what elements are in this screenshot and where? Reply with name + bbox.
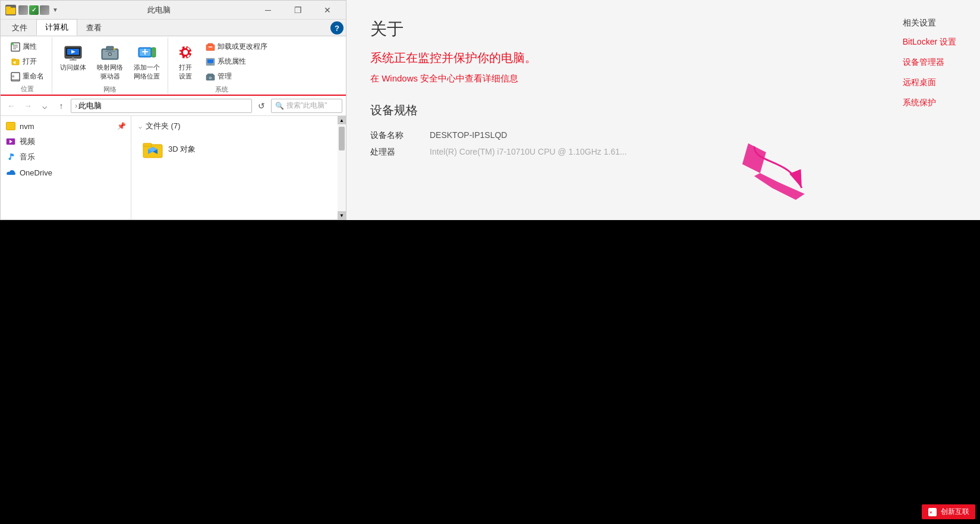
map-drive-label: 映射网络驱动器 <box>97 63 123 81</box>
bitlocker-link[interactable]: BitLocker 设置 <box>903 37 956 48</box>
open-settings-button[interactable]: 打开设置 <box>172 40 199 84</box>
explorer-icon <box>5 5 16 15</box>
open-icon <box>11 57 20 67</box>
svg-rect-30 <box>153 51 155 54</box>
scroll-down-button[interactable]: ▼ <box>338 211 346 219</box>
help-button[interactable]: ? <box>330 21 344 34</box>
music-icon <box>5 152 16 162</box>
up-button[interactable]: ↑ <box>54 99 68 113</box>
search-box[interactable]: 🔍 搜索"此电脑" <box>271 99 342 113</box>
manage-button[interactable]: 管理 <box>201 70 272 83</box>
open-settings-label: 打开设置 <box>179 63 192 81</box>
spec-row-name: 设备名称 DESKTOP-IP1SLQD <box>370 130 956 141</box>
sidebar-item-video[interactable]: 视频 <box>1 134 131 149</box>
sidebar-video-label: 视频 <box>20 136 35 147</box>
system-small-buttons: 卸载或更改程序 系统属性 <box>201 40 272 83</box>
add-network-button[interactable]: 添加一个网络位置 <box>130 40 164 84</box>
tab-file[interactable]: 文件 <box>3 20 36 36</box>
dropdown-button[interactable]: ⌵ <box>37 99 52 113</box>
remote-desktop-link[interactable]: 远程桌面 <box>903 77 956 88</box>
svg-rect-16 <box>70 59 77 61</box>
security-center-link[interactable]: 在 Windows 安全中心中查看详细信息 <box>370 73 518 84</box>
system-props-label: 系统属性 <box>218 57 246 67</box>
close-button[interactable]: ✕ <box>314 4 341 16</box>
properties-button[interactable]: ✓ 属性 <box>7 40 48 54</box>
settings-status: 系统正在监控并保护你的电脑。 <box>370 50 956 66</box>
manage-label: 管理 <box>218 71 232 81</box>
arrow-annotation <box>742 140 814 202</box>
sidebar-music-label: 音乐 <box>20 152 35 162</box>
device-spec-title: 设备规格 <box>370 102 956 118</box>
back-button[interactable]: ← <box>4 99 18 113</box>
system-protection-link[interactable]: 系统保护 <box>903 98 956 108</box>
spec-label-cpu: 处理器 <box>370 147 418 158</box>
svg-point-50 <box>210 77 211 79</box>
path-segment: › 此电脑 <box>75 101 102 111</box>
path-text: 此电脑 <box>78 101 102 111</box>
scroll-bar[interactable]: ▲ ▼ <box>338 116 346 219</box>
spec-row-cpu: 处理器 Intel(R) Core(TM) i7-10710U CPU @ 1.… <box>370 147 956 158</box>
svg-rect-9 <box>12 59 15 61</box>
access-media-label: 访问媒体 <box>60 63 86 72</box>
ribbon-content: ✓ 属性 <box>1 36 346 96</box>
refresh-button[interactable]: ↺ <box>254 99 269 113</box>
explorer-window: ✓ ▼ 此电脑 ─ ❐ ✕ 文件 计算机 查看 ? <box>0 0 346 220</box>
tab-computer[interactable]: 计算机 <box>36 19 77 36</box>
restore-button[interactable]: ❐ <box>284 4 311 16</box>
device-manager-link[interactable]: 设备管理器 <box>903 57 956 68</box>
uninstall-button[interactable]: 卸载或更改程序 <box>201 40 272 54</box>
svg-point-23 <box>109 54 111 55</box>
window-title: 此电脑 <box>64 5 254 15</box>
svg-rect-33 <box>185 45 187 48</box>
svg-rect-46 <box>209 64 212 64</box>
settings-title: 关于 <box>370 18 956 40</box>
access-media-button[interactable]: 访问媒体 <box>56 40 90 75</box>
location-group-label: 位置 <box>7 83 48 93</box>
svg-rect-45 <box>207 59 213 63</box>
forward-button[interactable]: → <box>21 99 35 113</box>
scroll-up-button[interactable]: ▲ <box>338 116 346 124</box>
sidebar-item-music[interactable]: 音乐 <box>1 149 131 165</box>
ribbon-group-location: ✓ 属性 <box>3 37 52 93</box>
svg-rect-21 <box>106 46 114 50</box>
spec-value-cpu: Intel(R) Core(TM) i7-10710U CPU @ 1.10GH… <box>430 147 627 158</box>
svg-point-53 <box>9 158 11 160</box>
properties-label: 属性 <box>23 42 37 52</box>
minimize-button[interactable]: ─ <box>254 4 282 16</box>
chevron-down-icon: ⌵ <box>138 123 142 130</box>
network-group-label: 网络 <box>56 84 164 94</box>
folder-section-header[interactable]: ⌵ 文件夹 (7) <box>138 121 339 131</box>
sidebar-onedrive-label: OneDrive <box>20 168 52 177</box>
network-buttons: 访问媒体 <box>56 40 164 84</box>
tab-view[interactable]: 查看 <box>77 20 111 36</box>
map-drive-button[interactable]: 映射网络驱动器 <box>93 40 127 84</box>
folder-item-3d[interactable]: 3D 对象 <box>138 136 339 162</box>
svg-rect-41 <box>206 45 215 51</box>
watermark: × 创新互联 <box>922 504 975 519</box>
settings-icon <box>176 43 195 62</box>
svg-point-15 <box>72 57 74 59</box>
file-area: nvm 📌 视频 <box>1 116 346 219</box>
settings-panel: 关于 系统正在监控并保护你的电脑。 在 Windows 安全中心中查看详细信息 … <box>346 0 980 220</box>
onedrive-icon <box>5 167 16 178</box>
manage-icon <box>206 72 215 81</box>
uninstall-label: 卸载或更改程序 <box>218 42 267 52</box>
sidebar-item-onedrive[interactable]: OneDrive <box>1 165 131 180</box>
address-path[interactable]: › 此电脑 <box>71 99 252 113</box>
nvm-icon <box>5 121 16 131</box>
system-props-button[interactable]: 系统属性 <box>201 55 272 68</box>
svg-text:≡: ≡ <box>12 74 15 79</box>
open-button[interactable]: 打开 <box>7 55 48 68</box>
svg-rect-34 <box>185 57 187 59</box>
rename-button[interactable]: ≡ 重命名 <box>7 70 48 83</box>
sidebar-item-nvm[interactable]: nvm 📌 <box>1 118 131 134</box>
ribbon-group-network: 访问媒体 <box>52 37 168 93</box>
svg-text:✓: ✓ <box>12 42 14 45</box>
system-buttons: 打开设置 卸载或更改程序 <box>172 40 272 84</box>
map-drive-icon <box>100 43 119 62</box>
folder-item-name: 3D 对象 <box>168 144 196 155</box>
svg-rect-42 <box>208 43 213 45</box>
rename-label: 重命名 <box>23 71 44 81</box>
folder-section: ⌵ 文件夹 (7) <box>131 116 346 167</box>
address-bar: ← → ⌵ ↑ › 此电脑 ↺ 🔍 搜索"此电脑" <box>1 96 346 116</box>
